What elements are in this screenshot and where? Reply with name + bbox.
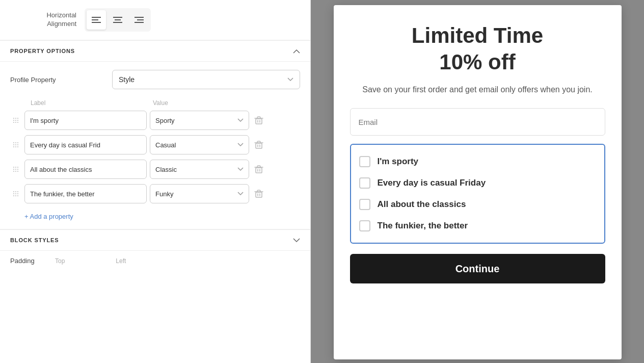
svg-rect-27 <box>17 146 18 147</box>
label-input-3[interactable] <box>24 184 147 203</box>
svg-rect-9 <box>13 118 14 119</box>
value-select-0[interactable]: Sporty <box>150 111 249 130</box>
property-row: Classic <box>10 160 300 179</box>
property-row: Sporty <box>10 111 300 130</box>
checkbox-label-2: All about the classics <box>378 199 466 210</box>
delete-button-2[interactable] <box>252 163 265 176</box>
value-select-3[interactable]: Funky <box>150 184 249 203</box>
block-styles-toggle[interactable] <box>293 236 300 244</box>
align-right-button[interactable] <box>129 10 149 30</box>
checkbox-label-0: I'm sporty <box>378 157 419 167</box>
label-input-1[interactable] <box>24 135 147 154</box>
svg-rect-30 <box>15 167 16 168</box>
label-input-2[interactable] <box>24 160 147 179</box>
svg-rect-48 <box>256 192 262 197</box>
add-property-button[interactable]: + Add a property <box>24 213 73 220</box>
property-rows-container: Sporty <box>10 111 300 203</box>
label-input-0[interactable] <box>24 111 147 130</box>
profile-property-label: Profile Property <box>10 76 112 84</box>
profile-property-select[interactable]: Style <box>112 70 300 89</box>
preview-card: Limited Time 10% off Save on your first … <box>334 5 622 359</box>
svg-rect-32 <box>13 169 14 170</box>
label-column-header: Label <box>31 99 153 107</box>
alignment-buttons <box>85 8 151 32</box>
property-options-title: PROPERTY OPTIONS <box>10 48 75 54</box>
svg-rect-22 <box>13 144 14 145</box>
svg-rect-11 <box>17 118 18 119</box>
svg-rect-20 <box>15 142 16 143</box>
checkbox-1[interactable] <box>359 177 370 189</box>
drag-handle[interactable] <box>10 141 21 149</box>
property-row: Funky <box>10 184 300 203</box>
svg-rect-44 <box>17 193 18 194</box>
svg-rect-39 <box>13 191 14 192</box>
svg-rect-10 <box>15 118 16 119</box>
value-select-1[interactable]: Casual <box>150 135 249 154</box>
svg-rect-12 <box>13 120 14 121</box>
alignment-label: Horizontal Alignment <box>10 11 76 29</box>
svg-rect-38 <box>256 168 262 173</box>
checkbox-list: I'm sporty Every day is casual Friday Al… <box>350 144 605 244</box>
preview-title: Limited Time <box>350 23 605 48</box>
svg-rect-35 <box>13 171 14 172</box>
left-panel: Horizontal Alignment <box>0 0 311 363</box>
svg-rect-29 <box>13 167 14 168</box>
delete-button-0[interactable] <box>252 114 265 127</box>
svg-rect-33 <box>15 169 16 170</box>
svg-rect-14 <box>17 120 18 121</box>
align-left-button[interactable] <box>87 10 106 30</box>
alignment-section: Horizontal Alignment <box>0 0 310 40</box>
svg-rect-34 <box>17 169 18 170</box>
delete-button-3[interactable] <box>252 187 265 200</box>
checkbox-item: I'm sporty <box>359 151 596 172</box>
email-input[interactable] <box>350 108 605 136</box>
delete-button-1[interactable] <box>252 138 265 151</box>
svg-rect-26 <box>15 146 16 147</box>
svg-rect-24 <box>17 144 18 145</box>
svg-rect-25 <box>13 146 14 147</box>
continue-button[interactable]: Continue <box>350 254 605 283</box>
svg-rect-40 <box>15 191 16 192</box>
value-select-2[interactable]: Classic <box>150 160 249 179</box>
checkbox-item: All about the classics <box>359 194 596 215</box>
svg-rect-41 <box>17 191 18 192</box>
property-row: Casual <box>10 135 300 154</box>
value-column-header: Value <box>153 99 168 107</box>
svg-rect-17 <box>17 122 18 123</box>
checkbox-label-1: Every day is casual Friday <box>378 178 486 188</box>
checkbox-item: The funkier, the better <box>359 215 596 237</box>
padding-label: Padding <box>10 257 51 265</box>
preview-subtitle: Save on your first order and get email o… <box>350 84 605 96</box>
svg-rect-18 <box>256 119 262 124</box>
align-center-button[interactable] <box>108 10 127 30</box>
right-panel: Limited Time 10% off Save on your first … <box>311 0 644 363</box>
svg-rect-45 <box>13 195 14 196</box>
checkbox-2[interactable] <box>359 199 370 210</box>
svg-rect-15 <box>13 122 14 123</box>
drag-handle[interactable] <box>10 165 21 173</box>
svg-rect-28 <box>256 143 262 148</box>
block-styles-content: Padding Top Left <box>0 251 310 271</box>
svg-rect-47 <box>17 195 18 196</box>
drag-handle[interactable] <box>10 116 21 124</box>
checkbox-3[interactable] <box>359 220 370 231</box>
profile-property-row: Profile Property Style <box>10 70 300 89</box>
svg-rect-42 <box>13 193 14 194</box>
lv-header: Label Value <box>31 99 300 107</box>
padding-left-label: Left <box>116 257 126 265</box>
svg-rect-23 <box>15 144 16 145</box>
checkbox-label-3: The funkier, the better <box>378 221 468 231</box>
svg-rect-31 <box>17 167 18 168</box>
preview-discount: 10% off <box>350 50 605 74</box>
property-options-toggle[interactable] <box>293 47 300 55</box>
drag-handle[interactable] <box>10 190 21 198</box>
svg-rect-46 <box>15 195 16 196</box>
svg-rect-19 <box>13 142 14 143</box>
property-options-content: Profile Property Style Label Value <box>0 62 310 229</box>
svg-rect-21 <box>17 142 18 143</box>
block-styles-header: BLOCK STYLES <box>0 229 310 251</box>
block-styles-title: BLOCK STYLES <box>10 237 59 243</box>
property-options-header: PROPERTY OPTIONS <box>0 40 310 62</box>
padding-top-label: Top <box>55 257 65 265</box>
checkbox-0[interactable] <box>359 156 370 167</box>
